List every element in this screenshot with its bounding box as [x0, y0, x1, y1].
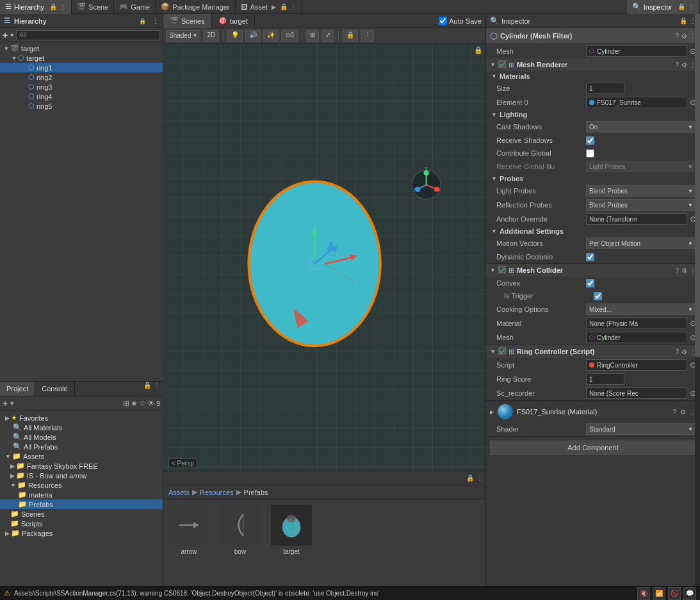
assets-path-resources[interactable]: Resources	[200, 489, 234, 496]
resources-folder[interactable]: ▼ 📁 Resources	[0, 480, 163, 490]
tab-game[interactable]: 🎮 Game	[114, 0, 156, 14]
ring-score-input[interactable]	[586, 373, 624, 385]
tree-item-ring5[interactable]: ⬡ ring5	[0, 101, 163, 111]
prefabs-folder[interactable]: 📁 Prefabs	[0, 499, 163, 509]
asset-more-icon[interactable]: ▶	[272, 4, 276, 10]
tab-scene[interactable]: 🎬 Scene	[72, 0, 114, 14]
scenes-folder[interactable]: 📁 Scenes	[0, 509, 163, 519]
status-icon-block[interactable]: 🚫	[668, 587, 681, 600]
2d-btn[interactable]: 2D	[203, 30, 219, 42]
proj-icon2[interactable]: ★	[131, 399, 138, 408]
extra-btn[interactable]: ⋮	[361, 30, 374, 42]
viewport-lock[interactable]: 🔒	[474, 46, 483, 54]
motion-vectors-dropdown[interactable]: Per Object Motion ▼	[586, 238, 696, 249]
tab-package-manager[interactable]: 📦 Package Manager	[156, 0, 235, 14]
mesh-value[interactable]: ⬡ Cylinder	[586, 45, 687, 57]
contribute-global-checkbox[interactable]	[586, 149, 594, 158]
scenes-tab[interactable]: 🎬 Scenes	[163, 14, 212, 28]
all-prefabs-item[interactable]: 🔍 All Prefabs	[0, 442, 163, 451]
proj-icon1[interactable]: ⊞	[123, 399, 129, 408]
move-btn[interactable]: ⤢	[322, 30, 334, 42]
is-trigger-checkbox[interactable]	[594, 292, 602, 300]
lock-btn[interactable]: 🔒	[343, 30, 358, 42]
asset-bow[interactable]: bow	[220, 505, 261, 581]
settings-icon2[interactable]: ⚙	[681, 267, 687, 274]
status-icon-network[interactable]: 📶	[653, 587, 665, 600]
grid-btn[interactable]: ⊞	[306, 30, 319, 42]
scripts-folder[interactable]: 📁 Scripts	[0, 519, 163, 528]
collider-material-value[interactable]: None (Physic Ma	[586, 318, 687, 329]
tab-inspector[interactable]: 🔍 Inspector 🔒 ⋮	[627, 0, 700, 14]
target-scene-tab[interactable]: 🎯 target	[212, 14, 255, 28]
add-btn[interactable]: +	[3, 30, 8, 40]
cooking-options-dropdown[interactable]: Mixed... ▼	[586, 304, 696, 315]
panel-more2[interactable]: ⋮	[476, 474, 483, 482]
proj-icon3[interactable]: ☆	[139, 399, 146, 408]
anchor-override-value[interactable]: None (Transform	[586, 213, 687, 225]
help-icon3[interactable]: ?	[675, 348, 679, 355]
help-icon2[interactable]: ?	[675, 267, 679, 274]
fantasy-skybox-folder[interactable]: ▶ 📁 Fantasy Skybox FREE	[0, 461, 163, 471]
tree-item-target-obj[interactable]: ▼ ⬡ target	[0, 53, 163, 63]
light-btn[interactable]: 💡	[227, 30, 243, 42]
inspector-scrollbar-thumb[interactable]	[695, 14, 700, 357]
shading-dropdown[interactable]: Shaded ▼	[166, 30, 200, 42]
hierarchy-more[interactable]: ⋮	[152, 17, 159, 24]
proj-add-btn[interactable]: +	[3, 398, 8, 409]
asset-target[interactable]: target	[271, 505, 312, 581]
tab-asset[interactable]: 🖼 Asset ▶ 🔒 ⋮	[236, 0, 303, 14]
all-materials-item[interactable]: 🔍 All Materials	[0, 423, 163, 432]
shader-dropdown[interactable]: Standard ▼	[586, 423, 696, 435]
asset-arrow[interactable]: arrow	[168, 505, 209, 581]
script-value[interactable]: RingController	[586, 359, 687, 371]
audio-btn[interactable]: 🔊	[245, 30, 261, 42]
proj-eye-icon[interactable]: 👁	[147, 399, 155, 408]
insp-help-icon[interactable]: ?	[675, 33, 679, 40]
dynamic-occlusion-checkbox[interactable]	[586, 253, 594, 261]
mesh-renderer-header[interactable]: ▼ ⊞ Mesh Renderer ? ⚙ ⋮	[486, 58, 700, 71]
console-tab[interactable]: Console	[35, 382, 74, 396]
hidden-btn[interactable]: ⊙0	[281, 30, 298, 42]
size-input[interactable]	[586, 83, 624, 94]
tree-item-ring2[interactable]: ⬡ ring2	[0, 72, 163, 82]
tree-item-ring4[interactable]: ⬡ ring4	[0, 92, 163, 101]
status-icon-chat[interactable]: 💬	[683, 587, 696, 600]
autosave-checkbox[interactable]	[439, 17, 447, 25]
tab-hierarchy[interactable]: ☰ Hierarchy 🔒 ⋮	[0, 0, 72, 14]
ring-controller-header[interactable]: ▼ ⊞ Ring Controller (Script) ? ⚙ ⋮	[486, 345, 700, 358]
assets-folder[interactable]: ▼ 📁 Assets	[0, 451, 163, 461]
mat-settings-icon[interactable]: ⚙	[680, 409, 686, 416]
tree-item-ring3[interactable]: ⬡ ring3	[0, 82, 163, 92]
settings-icon3[interactable]: ⚙	[681, 348, 687, 355]
receive-shadows-checkbox[interactable]	[586, 136, 594, 145]
mat-help-icon[interactable]: ?	[672, 409, 676, 416]
assets-path-assets[interactable]: Assets	[168, 489, 190, 496]
collider-mesh-value[interactable]: ⬡ Cylinder	[586, 332, 687, 343]
light-probes-dropdown[interactable]: Blend Probes ▼	[586, 185, 696, 197]
more-icon[interactable]: ⋮	[60, 3, 66, 10]
materia-folder[interactable]: 📁 materia	[0, 490, 163, 499]
mesh-collider-header[interactable]: ▼ ⊞ Mesh Collider ? ⚙ ⋮	[486, 264, 700, 277]
fx-btn[interactable]: ✨	[263, 30, 279, 42]
tree-item-ring1[interactable]: ⬡ ring1	[0, 63, 163, 72]
is-bow-arrow-folder[interactable]: ▶ 📁 IS - Bow and arrow	[0, 471, 163, 480]
settings-icon[interactable]: ⚙	[681, 61, 687, 69]
cast-shadows-dropdown[interactable]: On ▼	[586, 121, 696, 133]
project-tab[interactable]: Project	[0, 382, 35, 396]
panel-more-icon[interactable]: ⋮	[154, 382, 160, 396]
asset-menu-icon[interactable]: ⋮	[290, 3, 297, 10]
sc-recorder-value[interactable]: None (Score Rec	[586, 387, 687, 399]
all-models-item[interactable]: 🔍 All Models	[0, 432, 163, 442]
add-component-button[interactable]: Add Component	[490, 441, 696, 455]
insp-settings-icon[interactable]: ⚙	[681, 33, 687, 40]
convex-checkbox[interactable]	[586, 279, 594, 288]
favorites-folder[interactable]: ▶ ★ Favorites	[0, 413, 163, 423]
packages-folder[interactable]: ▶ 📁 Packages	[0, 528, 163, 538]
hierarchy-search[interactable]	[16, 30, 160, 40]
tree-item-target-scene[interactable]: ▼ 🎬 target	[0, 44, 163, 53]
reflection-probes-dropdown[interactable]: Blend Probes ▼	[586, 199, 696, 211]
assets-path-prefabs[interactable]: Prefabs	[244, 489, 268, 496]
element0-value[interactable]: FS017_Sunrise	[586, 97, 687, 108]
status-icon-mute[interactable]: 🔇	[637, 587, 650, 600]
inspector-menu-icon[interactable]: ⋮	[688, 3, 694, 10]
